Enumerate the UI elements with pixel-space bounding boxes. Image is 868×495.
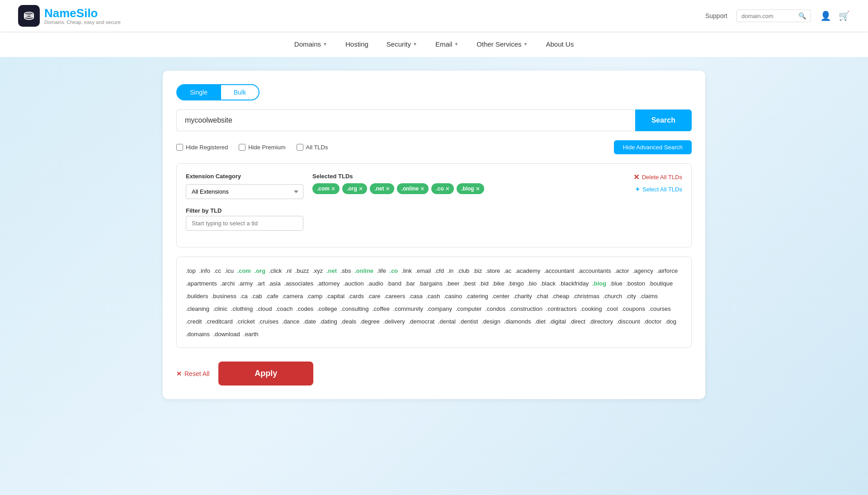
tld-list-item[interactable]: .audio	[367, 280, 385, 287]
tld-list-item[interactable]: .diet	[534, 318, 547, 325]
tld-list-item[interactable]: .associates	[284, 280, 315, 287]
hide-registered-label[interactable]: Hide Registered	[176, 144, 228, 151]
tld-list-item[interactable]: .click	[269, 267, 284, 274]
extension-category-select[interactable]: All Extensions	[186, 184, 303, 199]
nav-item-other-services[interactable]: Other Services ▼	[467, 32, 537, 57]
tld-list-item[interactable]: .dentist	[459, 318, 480, 325]
tab-bulk[interactable]: Bulk	[221, 84, 259, 100]
tld-list-item[interactable]: .buzz	[295, 267, 311, 274]
tld-list-item[interactable]: .deals	[340, 318, 358, 325]
tab-single[interactable]: Single	[176, 84, 221, 100]
tld-list-item[interactable]: .company	[427, 305, 454, 312]
tld-list-item[interactable]: .casa	[409, 293, 425, 300]
tld-list-item[interactable]: .asia	[268, 280, 282, 287]
tld-list-item[interactable]: .city	[626, 293, 638, 300]
tld-list-item[interactable]: .center	[491, 293, 511, 300]
tld-list-item[interactable]: .capital	[326, 293, 346, 300]
tld-list-item[interactable]: .link	[401, 267, 414, 274]
tld-chip-remove[interactable]: ×	[420, 186, 424, 192]
tld-list-item[interactable]: .army	[238, 280, 255, 287]
domain-search-input[interactable]	[176, 109, 635, 131]
tld-list-item[interactable]: .church	[603, 293, 624, 300]
tld-list-item[interactable]: .credit	[186, 318, 203, 325]
tld-list-item[interactable]: .boston	[626, 280, 646, 287]
tld-list-item[interactable]: .construction	[509, 305, 544, 312]
tld-list-item[interactable]: .auction	[343, 280, 365, 287]
tld-list-item[interactable]: .dating	[320, 318, 339, 325]
tld-list-item[interactable]: .best	[463, 280, 477, 287]
tld-list-item[interactable]: .bar	[405, 280, 417, 287]
tld-list-item[interactable]: .consulting	[340, 305, 370, 312]
tld-list-item[interactable]: .actor	[614, 267, 631, 274]
tld-list-item[interactable]: .computer	[456, 305, 483, 312]
tld-list-item[interactable]: .earth	[243, 331, 258, 338]
select-all-tlds-button[interactable]: + Select All TLDs	[636, 185, 682, 193]
hide-advanced-search-button[interactable]: Hide Advanced Search	[614, 140, 692, 154]
tld-list-item[interactable]: .apartments	[186, 280, 218, 287]
tld-list-item[interactable]: .blue	[610, 280, 624, 287]
tld-list-item[interactable]: .cafe	[265, 293, 280, 300]
nav-item-email[interactable]: Email ▼	[426, 32, 467, 57]
tld-list-item[interactable]: .art	[256, 280, 266, 287]
reset-all-button[interactable]: ✕ Reset All	[176, 370, 209, 377]
tld-list-item[interactable]: .bingo	[508, 280, 525, 287]
tld-list-item[interactable]: .bike	[492, 280, 506, 287]
tld-list-item[interactable]: .dental	[438, 318, 458, 325]
tld-list-item[interactable]: .agency	[632, 267, 655, 274]
tld-list-item[interactable]: .email	[415, 267, 433, 274]
tld-list-item[interactable]: .nl	[285, 267, 293, 274]
tld-list-item[interactable]: .coupons	[621, 305, 646, 312]
tld-list-item[interactable]: .xyz	[312, 267, 325, 274]
tld-list-item[interactable]: .icu	[225, 267, 236, 274]
tld-list-item[interactable]: .cc	[213, 267, 222, 274]
hide-premium-label[interactable]: Hide Premium	[239, 144, 285, 151]
tld-list-item[interactable]: .airforce	[656, 267, 678, 274]
tld-list-item[interactable]: .degree	[360, 318, 382, 325]
tld-list-item[interactable]: .creditcard	[205, 318, 234, 325]
delete-all-tlds-button[interactable]: ✕ Delete All TLDs	[633, 173, 682, 181]
tld-list-item[interactable]: .attorney	[317, 280, 341, 287]
tld-list-item[interactable]: .camp	[307, 293, 324, 300]
tld-list-item[interactable]: .charity	[513, 293, 534, 300]
tld-list-item[interactable]: .cricket	[236, 318, 256, 325]
tld-list-item[interactable]: .clothing	[231, 305, 255, 312]
tld-list-item[interactable]: .ca	[240, 293, 249, 300]
tld-list-item[interactable]: .coffee	[372, 305, 391, 312]
tld-list-item[interactable]: .cash	[426, 293, 442, 300]
tld-list-item[interactable]: .online	[354, 267, 375, 274]
cart-icon[interactable]: 🛒	[839, 10, 850, 21]
tld-list-item[interactable]: .condos	[485, 305, 507, 312]
tld-list-item[interactable]: .org	[255, 267, 267, 274]
nav-item-about-us[interactable]: About Us	[537, 32, 583, 57]
tld-list-item[interactable]: .accountants	[578, 267, 613, 274]
tld-chip-remove[interactable]: ×	[386, 186, 389, 192]
hide-premium-checkbox[interactable]	[239, 144, 245, 151]
tld-list-item[interactable]: .archi	[220, 280, 236, 287]
tld-list-item[interactable]: .chat	[535, 293, 550, 300]
tld-list-item[interactable]: .courses	[649, 305, 671, 312]
tld-list-item[interactable]: .ac	[504, 267, 513, 274]
tld-list-item[interactable]: .community	[393, 305, 425, 312]
account-icon[interactable]: 👤	[820, 10, 831, 21]
tld-list-item[interactable]: .blackfriday	[559, 280, 590, 287]
tld-list-item[interactable]: .doctor	[643, 318, 663, 325]
tld-list-item[interactable]: .download	[213, 331, 241, 338]
tld-list-item[interactable]: .accountant	[544, 267, 576, 274]
tld-list-item[interactable]: .net	[326, 267, 339, 274]
header-search-icon[interactable]: 🔍	[798, 12, 806, 19]
tld-list-item[interactable]: .design	[481, 318, 502, 325]
tld-list-item[interactable]: .info	[199, 267, 212, 274]
tld-list-item[interactable]: .biz	[473, 267, 484, 274]
tld-chip-remove[interactable]: ×	[476, 186, 480, 192]
tld-list-item[interactable]: .builders	[186, 293, 210, 300]
tld-list-item[interactable]: .digital	[549, 318, 567, 325]
tld-list-item[interactable]: .bid	[479, 280, 491, 287]
tld-list-item[interactable]: .cfd	[434, 267, 446, 274]
tld-chip-remove[interactable]: ×	[446, 186, 449, 192]
tld-list-item[interactable]: .sbs	[340, 267, 353, 274]
tld-list-item[interactable]: .band	[387, 280, 403, 287]
tld-list-item[interactable]: .com	[237, 267, 253, 274]
tld-list-item[interactable]: .cloud	[256, 305, 274, 312]
tld-list-item[interactable]: .life	[377, 267, 388, 274]
tld-chip-remove[interactable]: ×	[331, 186, 335, 192]
